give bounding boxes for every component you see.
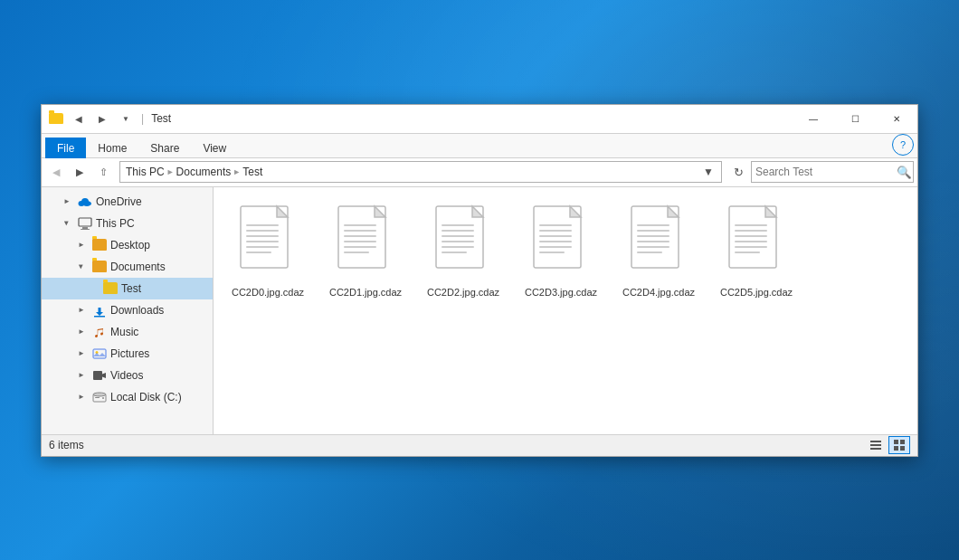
search-box: 🔍 xyxy=(751,161,914,183)
search-input[interactable] xyxy=(752,166,895,178)
expand-icon-videos: ► xyxy=(74,368,89,383)
breadcrumb-sep-1: ► xyxy=(166,167,175,176)
svg-rect-59 xyxy=(894,440,898,444)
tab-home[interactable]: Home xyxy=(86,138,138,158)
svg-rect-45 xyxy=(637,235,669,237)
svg-rect-3 xyxy=(79,218,91,226)
svg-rect-44 xyxy=(637,230,669,232)
folder-icon-test xyxy=(103,282,118,294)
file-item-2[interactable]: CC2D2.jpg.cdaz xyxy=(418,196,508,305)
svg-rect-4 xyxy=(82,227,88,229)
quick-access-forward[interactable]: ▶ xyxy=(92,109,112,128)
sidebar-item-pictures[interactable]: ► Pictures xyxy=(42,343,213,365)
view-buttons xyxy=(865,436,910,454)
explorer-window: ◀ ▶ ▼ | Test — ☐ ✕ File Home Share View … xyxy=(41,104,918,457)
nav-back-button[interactable]: ◀ xyxy=(45,161,67,183)
file-item-5[interactable]: CC2D5.jpg.cdaz xyxy=(711,196,802,305)
svg-rect-56 xyxy=(870,441,881,442)
sidebar-item-music[interactable]: ► Music xyxy=(42,321,213,343)
file-icon-wrapper xyxy=(724,203,789,282)
svg-rect-24 xyxy=(344,235,376,237)
minimize-button[interactable]: — xyxy=(793,104,834,133)
details-view-button[interactable] xyxy=(865,436,887,454)
this-pc-icon xyxy=(78,216,92,231)
help-button[interactable]: ? xyxy=(892,134,914,156)
file-icon-wrapper xyxy=(626,203,691,282)
svg-point-12 xyxy=(102,397,104,399)
file-name-3: CC2D3.jpg.cdaz xyxy=(525,286,597,299)
svg-rect-5 xyxy=(81,229,90,230)
status-bar: 6 items xyxy=(42,434,917,456)
svg-rect-58 xyxy=(870,448,881,450)
sidebar-item-documents[interactable]: ► Documents xyxy=(42,256,213,278)
refresh-button[interactable]: ↻ xyxy=(727,161,749,183)
sidebar-item-downloads[interactable]: ► Downloads xyxy=(42,299,213,321)
quick-access-back[interactable]: ◀ xyxy=(69,109,89,128)
breadcrumb: This PC ► Documents ► Test ▼ xyxy=(119,161,722,183)
file-item-1[interactable]: CC2D1.jpg.cdaz xyxy=(320,196,411,305)
window-controls: — ☐ ✕ xyxy=(793,104,917,133)
expand-icon-pictures: ► xyxy=(74,346,89,361)
expand-icon-this-pc: ► xyxy=(60,216,74,231)
svg-rect-39 xyxy=(539,241,572,242)
tab-view[interactable]: View xyxy=(191,138,238,158)
sidebar-label-documents: Documents xyxy=(110,261,166,273)
sidebar-label-this-pc: This PC xyxy=(96,217,135,230)
breadcrumb-dropdown[interactable]: ▼ xyxy=(701,161,716,183)
sidebar-item-desktop[interactable]: ► Desktop xyxy=(42,234,213,256)
breadcrumb-documents[interactable]: Documents xyxy=(176,166,232,178)
tab-share[interactable]: Share xyxy=(138,138,191,158)
pictures-icon xyxy=(92,346,107,361)
file-name-0: CC2D0.jpg.cdaz xyxy=(232,286,304,299)
svg-rect-37 xyxy=(539,230,572,232)
window-title: Test xyxy=(151,112,793,125)
sidebar-label-test: Test xyxy=(121,282,141,295)
svg-rect-18 xyxy=(246,241,279,242)
window-folder-icon xyxy=(49,113,63,124)
svg-rect-38 xyxy=(539,235,572,237)
onedrive-icon xyxy=(78,195,92,209)
file-name-5: CC2D5.jpg.cdaz xyxy=(720,286,793,299)
folder-icon-desktop xyxy=(92,239,107,251)
expand-icon-local-disk: ► xyxy=(74,390,89,404)
expand-icon-desktop: ► xyxy=(74,238,89,252)
svg-rect-40 xyxy=(539,246,572,248)
title-bar: ◀ ▶ ▼ | Test — ☐ ✕ xyxy=(42,105,917,134)
svg-rect-47 xyxy=(637,246,669,248)
breadcrumb-test[interactable]: Test xyxy=(242,166,262,178)
tab-file[interactable]: File xyxy=(45,138,86,158)
svg-rect-32 xyxy=(442,241,474,242)
file-name-1: CC2D1.jpg.cdaz xyxy=(329,286,402,299)
file-item-4[interactable]: CC2D4.jpg.cdaz xyxy=(613,196,704,305)
sidebar-item-local-disk[interactable]: ► Local Disk (C:) xyxy=(42,386,213,408)
search-button[interactable]: 🔍 xyxy=(895,161,913,183)
folder-icon-documents xyxy=(92,261,107,272)
svg-rect-25 xyxy=(344,241,376,242)
close-button[interactable]: ✕ xyxy=(876,104,917,133)
nav-forward-button[interactable]: ▶ xyxy=(69,161,90,183)
svg-rect-43 xyxy=(637,224,669,226)
sidebar-item-videos[interactable]: ► Videos xyxy=(42,365,213,386)
svg-rect-23 xyxy=(344,230,376,232)
sidebar-item-onedrive[interactable]: ► OneDrive xyxy=(42,191,213,213)
quick-access-down[interactable]: ▼ xyxy=(116,109,136,128)
breadcrumb-this-pc[interactable]: This PC xyxy=(126,166,165,178)
maximize-button[interactable]: ☐ xyxy=(834,104,876,133)
nav-up-button[interactable]: ⇧ xyxy=(92,161,114,183)
file-item-3[interactable]: CC2D3.jpg.cdaz xyxy=(516,196,606,305)
sidebar-item-test[interactable]: Test xyxy=(42,278,213,299)
large-icons-view-button[interactable] xyxy=(888,436,910,454)
ribbon: File Home Share View ? xyxy=(42,134,917,158)
svg-rect-55 xyxy=(735,252,760,253)
svg-point-11 xyxy=(93,393,106,396)
sidebar-item-this-pc[interactable]: ► This PC xyxy=(42,213,213,234)
ribbon-tabs: File Home Share View ? xyxy=(42,134,917,157)
breadcrumb-sep-2: ► xyxy=(233,167,241,176)
svg-rect-6 xyxy=(94,316,105,318)
svg-rect-15 xyxy=(246,224,279,226)
file-item-0[interactable]: CC2D0.jpg.cdaz xyxy=(223,196,313,305)
item-count: 6 items xyxy=(49,439,84,451)
file-icon-wrapper xyxy=(235,203,300,282)
svg-rect-26 xyxy=(344,246,376,248)
svg-rect-60 xyxy=(900,440,905,444)
